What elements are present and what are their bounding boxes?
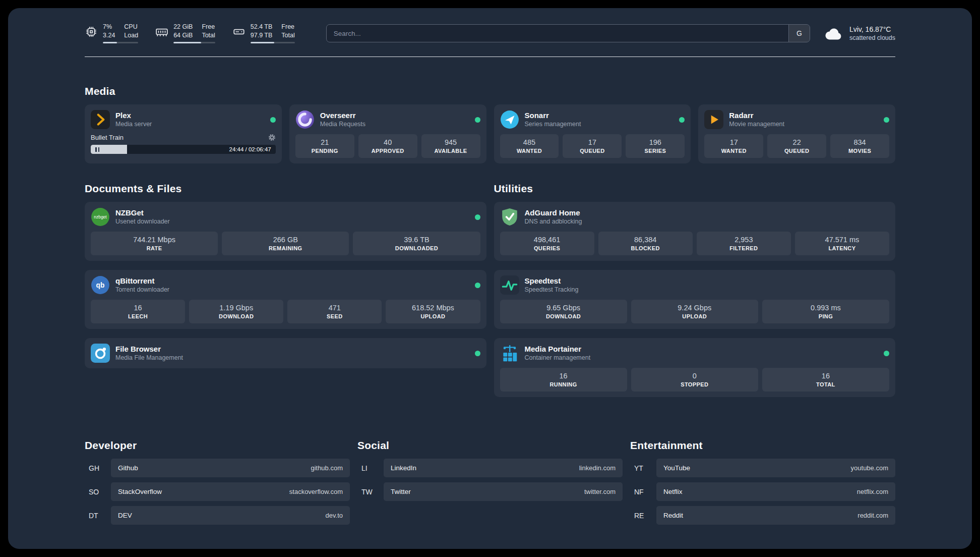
memory-total: 64 GiB (173, 32, 193, 40)
stat-box: 16RUNNING (500, 368, 627, 392)
cloud-icon (824, 26, 843, 41)
gear-icon[interactable] (268, 134, 276, 141)
section-title-utilities: Utilities (494, 183, 896, 195)
stat-box: 39.6 TBDOWNLOADED (353, 232, 480, 255)
bookmark-url: reddit.com (858, 512, 888, 519)
stat-box: 0STOPPED (631, 368, 758, 392)
memory-icon (155, 25, 168, 38)
bookmarks-entertainment: Entertainment YT YouTube youtube.com NF … (630, 439, 895, 525)
bookmark-linkedin[interactable]: LI LinkedIn linkedin.com (357, 459, 623, 477)
stat-box: 834MOVIES (830, 134, 889, 158)
disk-total-label: Total (281, 32, 294, 40)
stat-box: 471SEED (287, 300, 382, 323)
status-dot (475, 351, 480, 356)
service-card-qbittorrent[interactable]: qb qBittorrent Torrent downloader 16LEEC… (85, 270, 486, 329)
section-documents: Documents & Files nzbget NZBGet Usenet d… (85, 183, 486, 368)
stat-box: 22QUEUED (767, 134, 826, 158)
memory-free: 22 GiB (173, 23, 193, 31)
status-dot (884, 351, 889, 356)
status-dot (270, 117, 276, 123)
service-subtitle: Media server (115, 121, 152, 129)
status-dot (475, 283, 480, 288)
stat-box: 0.993 msPING (762, 300, 889, 323)
bookmark-stackoverflow[interactable]: SO StackOverflow stackoverflow.com (85, 482, 350, 501)
bookmark-youtube[interactable]: YT YouTube youtube.com (630, 459, 895, 477)
section-title-entertainment: Entertainment (630, 439, 895, 452)
status-dot (475, 214, 480, 220)
service-card-radarr[interactable]: Radarr Movie management 17WANTED 22QUEUE… (698, 104, 895, 163)
search-input[interactable] (327, 25, 788, 42)
status-dot (475, 117, 480, 123)
service-card-speedtest[interactable]: Speedtest Speedtest Tracking 9.65 GbpsDO… (494, 270, 896, 329)
service-subtitle: Container management (525, 354, 591, 362)
cpu-widget: 7% CPU 3.24 Load (85, 23, 138, 43)
overseerr-icon (295, 110, 315, 129)
stat-box: 744.21 MbpsRATE (91, 232, 218, 255)
bookmarks-social: Social LI LinkedIn linkedin.com TW Twitt… (357, 439, 623, 501)
bookmark-abbr: RE (630, 512, 656, 520)
stat-box: 266 GBREMAINING (222, 232, 349, 255)
bookmark-twitter[interactable]: TW Twitter twitter.com (357, 482, 623, 501)
service-title: NZBGet (115, 208, 170, 218)
search-provider-button[interactable]: G (788, 25, 810, 42)
bookmark-dev[interactable]: DT DEV dev.to (85, 506, 350, 525)
window: 7% CPU 3.24 Load 22 GiB Free 64 GiB Tota… (0, 0, 980, 557)
service-card-sonarr[interactable]: Sonarr Series management 485WANTED 17QUE… (494, 104, 691, 163)
sonarr-icon (500, 110, 519, 129)
bookmark-abbr: DT (85, 512, 111, 520)
service-card-filebrowser[interactable]: File Browser Media File Management (85, 338, 486, 368)
stat-box: 945AVAILABLE (421, 134, 480, 158)
cpu-usage: 7% (103, 23, 115, 31)
bookmark-netflix[interactable]: NF Netflix netflix.com (630, 482, 895, 501)
service-title: qBittorrent (115, 276, 169, 286)
disk-free-label: Free (281, 23, 294, 31)
section-title-documents: Documents & Files (85, 183, 486, 195)
service-subtitle: Speedtest Tracking (525, 286, 579, 294)
service-card-overseerr[interactable]: Overseerr Media Requests 21PENDING 40APP… (289, 104, 486, 163)
bookmark-name: Netflix (663, 488, 683, 495)
service-card-nzbget[interactable]: nzbget NZBGet Usenet downloader 744.21 M… (85, 202, 486, 261)
weather-widget: Lviv, 16.87°C scattered clouds (824, 25, 895, 41)
service-card-portainer[interactable]: Media Portainer Container management 16R… (494, 338, 896, 397)
bookmark-abbr: YT (630, 464, 656, 472)
stat-box: 17QUEUED (563, 134, 622, 158)
nzbget-icon: nzbget (91, 207, 110, 227)
stat-box: 618.52 MbpsUPLOAD (386, 300, 480, 323)
bookmark-name: Github (118, 464, 138, 472)
playback-progress-bar[interactable]: 24:44 / 02:06:47 (91, 145, 276, 154)
section-title-developer: Developer (85, 439, 350, 452)
cpu-meter (103, 42, 138, 43)
service-card-adguard[interactable]: AdGuard Home DNS and adblocking 498,461Q… (494, 202, 896, 261)
dashboard-content: 7% CPU 3.24 Load 22 GiB Free 64 GiB Tota… (8, 8, 972, 549)
bookmark-abbr: SO (85, 488, 111, 496)
service-subtitle: Series management (525, 121, 581, 129)
radarr-icon (704, 110, 723, 129)
section-title-media: Media (85, 85, 895, 97)
bookmark-github[interactable]: GH Github github.com (85, 459, 350, 477)
stat-box: 16LEECH (91, 300, 185, 323)
stat-box: 9.24 GbpsUPLOAD (631, 300, 758, 323)
bookmark-abbr: NF (630, 488, 656, 496)
service-subtitle: Torrent downloader (115, 286, 169, 294)
service-title: File Browser (115, 345, 183, 354)
bookmark-url: stackoverflow.com (289, 488, 343, 495)
bookmark-name: Twitter (391, 488, 411, 495)
topbar: 7% CPU 3.24 Load 22 GiB Free 64 GiB Tota… (85, 23, 895, 43)
service-title: Sonarr (525, 111, 581, 121)
disk-icon (232, 25, 246, 38)
speedtest-icon (500, 275, 519, 295)
bookmark-url: twitter.com (584, 488, 616, 495)
service-subtitle: Movie management (729, 121, 784, 129)
playback-time: 24:44 / 02:06:47 (229, 146, 271, 152)
plex-icon (91, 110, 110, 129)
pause-icon[interactable] (95, 147, 99, 152)
filebrowser-icon (91, 344, 110, 363)
bookmark-reddit[interactable]: RE Reddit reddit.com (630, 506, 895, 525)
stat-box: 16TOTAL (762, 368, 889, 392)
bookmark-abbr: GH (85, 464, 111, 472)
stat-box: 17WANTED (704, 134, 763, 158)
service-card-plex[interactable]: Plex Media server Bullet Train (85, 104, 282, 163)
cpu-load-label: Load (124, 32, 138, 40)
cpu-label: CPU (124, 23, 138, 31)
svg-text:nzbget: nzbget (94, 214, 107, 219)
